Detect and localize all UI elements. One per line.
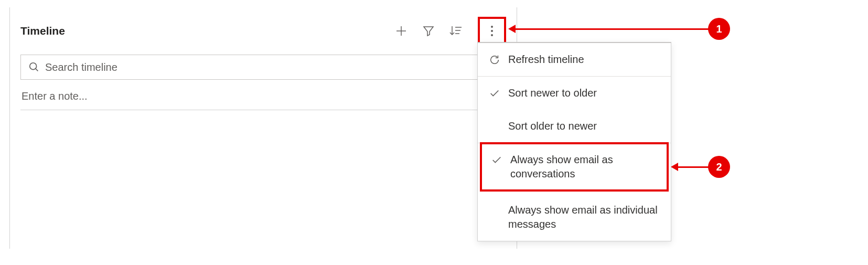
callout-arrowhead: [508, 25, 516, 33]
callout-arrowhead: [671, 163, 678, 171]
menu-item-label: Sort older to newer: [508, 119, 660, 133]
blank-icon: [488, 120, 501, 133]
svg-point-8: [491, 34, 493, 36]
timeline-header: Timeline: [20, 17, 506, 45]
timeline-search-box[interactable]: [20, 55, 506, 80]
callout-badge-2: 2: [708, 156, 730, 178]
menu-item-email-individual[interactable]: Always show email as individual messages: [478, 194, 671, 241]
refresh-icon: [488, 54, 501, 66]
more-vertical-icon: [490, 25, 494, 37]
menu-item-sort-older[interactable]: Sort older to newer: [478, 110, 671, 143]
timeline-note-row: [20, 90, 506, 110]
search-icon: [28, 61, 40, 73]
menu-section-email: Always show email as conversations Alway…: [478, 142, 671, 241]
checkmark-icon: [488, 87, 501, 100]
menu-item-email-conversations[interactable]: Always show email as conversations: [480, 142, 669, 192]
menu-section-refresh: Refresh timeline: [478, 43, 671, 77]
blank-icon: [488, 204, 501, 217]
svg-line-10: [36, 69, 38, 71]
svg-point-7: [491, 30, 493, 32]
menu-item-label: Always show email as individual messages: [508, 203, 660, 231]
filter-icon: [422, 25, 435, 37]
callout-badge-1: 1: [708, 18, 730, 40]
more-commands-button[interactable]: [478, 17, 506, 45]
timeline-panel: Timeline: [9, 7, 517, 249]
plus-icon: [395, 25, 408, 37]
sort-icon: [449, 25, 463, 37]
add-button[interactable]: [393, 23, 410, 39]
callout-arrow-line: [678, 166, 709, 168]
menu-item-refresh[interactable]: Refresh timeline: [478, 43, 671, 76]
timeline-header-actions: [393, 17, 506, 45]
timeline-note-input[interactable]: [22, 90, 505, 102]
svg-point-9: [30, 63, 37, 70]
menu-item-label: Always show email as conversations: [510, 153, 658, 181]
sort-button[interactable]: [447, 23, 464, 39]
menu-item-label: Refresh timeline: [508, 52, 660, 67]
filter-button[interactable]: [420, 23, 437, 39]
checkmark-icon: [490, 154, 503, 166]
timeline-search-input[interactable]: [45, 61, 498, 73]
timeline-title: Timeline: [20, 25, 393, 37]
menu-item-sort-newer[interactable]: Sort newer to older: [478, 77, 671, 110]
menu-item-label: Sort newer to older: [508, 86, 660, 100]
callout-arrow-line: [515, 28, 709, 30]
menu-section-sort: Sort newer to older Sort older to newer: [478, 77, 671, 143]
more-commands-menu: Refresh timeline Sort newer to older Sor…: [477, 42, 671, 241]
svg-point-6: [491, 26, 493, 28]
